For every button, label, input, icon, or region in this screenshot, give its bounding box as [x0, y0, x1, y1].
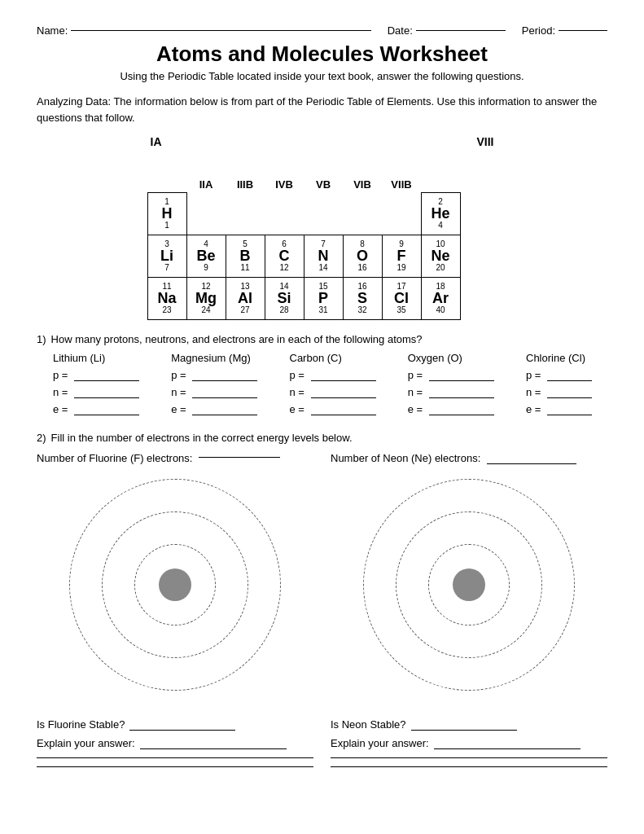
periodic-table-section: IA VIII IIA IIIB IVB VB VIB VIIB	[37, 135, 607, 320]
period-label: Period:	[522, 24, 555, 37]
iia-header: IIA	[186, 150, 226, 192]
element-Li: 3 Li 7	[147, 235, 186, 277]
period-line	[559, 30, 607, 31]
neon-label: Number of Neon (Ne) electrons:	[331, 452, 607, 464]
question2-section: 2) Fill in the number of electrons in th…	[37, 432, 607, 699]
cl-title: Chlorine (Cl)	[526, 352, 607, 364]
element-N: 7 N 14	[304, 235, 343, 277]
li-n-line	[74, 397, 139, 398]
element-Ne: 10 Ne 20	[421, 235, 460, 277]
element-P: 15 P 31	[304, 277, 343, 319]
c-p-line	[311, 380, 376, 381]
fluorine-label-text: Number of Fluorine (F) electrons:	[37, 452, 192, 464]
fluorine-stable-label: Is Fluorine Stable?	[37, 718, 125, 731]
element-Mg: 12 Mg 24	[186, 277, 226, 319]
element-B: 5 B 11	[226, 235, 265, 277]
periodic-table: IIA IIIB IVB VB VIB VIIB 1 H 1	[147, 150, 461, 320]
header: Name: Date: Period:	[37, 24, 607, 37]
element-Al: 13 Al 27	[226, 277, 265, 319]
question1-section: 1) How many protons, neutrons, and elect…	[37, 333, 607, 415]
o-title: Oxygen (O)	[408, 352, 494, 364]
neon-explain-row: Explain your answer:	[331, 737, 607, 749]
element-F: 9 F 19	[382, 235, 421, 277]
cl-n-label: n =	[526, 386, 544, 398]
o-p-line	[429, 380, 494, 381]
fluorine-stable-line	[129, 730, 235, 731]
neon-stable-row: Is Neon Stable?	[331, 718, 607, 731]
neon-long-line-2	[331, 766, 607, 767]
c-e-line	[311, 415, 376, 415]
vb-header: VB	[304, 150, 343, 192]
li-p-line	[74, 380, 139, 381]
name-line	[71, 30, 370, 31]
element-Ar: 18 Ar 40	[421, 277, 460, 319]
ivb-header: IVB	[265, 150, 304, 192]
mg-n-line	[192, 397, 257, 398]
neon-explain-line	[434, 748, 580, 749]
iiib-header: IIIB	[226, 150, 265, 192]
subtitle: Using the Periodic Table located inside …	[37, 70, 607, 82]
q1-number: 1)	[37, 333, 46, 345]
date-label: Date:	[388, 24, 413, 37]
cl-e-line	[547, 415, 592, 415]
fluorine-label: Number of Fluorine (F) electrons:	[37, 452, 313, 464]
viii-label: VIII	[476, 135, 493, 148]
neon-explain-label: Explain your answer:	[331, 737, 429, 749]
neon-stable-label: Is Neon Stable?	[331, 718, 406, 731]
element-col-c: Carbon (C) p = n = e =	[290, 352, 376, 415]
o-e-label: e =	[408, 403, 426, 415]
neon-section: Number of Neon (Ne) electrons:	[331, 452, 607, 699]
element-col-li: Lithium (Li) p = n = e =	[53, 352, 139, 415]
li-title: Lithium (Li)	[53, 352, 139, 364]
element-Si: 14 Si 28	[265, 277, 304, 319]
vib-header: VIB	[343, 150, 382, 192]
neon-long-line-1	[331, 757, 607, 758]
viib-header: VIIB	[382, 150, 421, 192]
cl-p-label: p =	[526, 369, 544, 381]
name-label: Name:	[37, 24, 68, 37]
element-Cl: 17 Cl 35	[382, 277, 421, 319]
page-title: Atoms and Molecules Worksheet	[37, 42, 607, 67]
c-n-line	[311, 397, 376, 398]
element-Na: 11 Na 23	[147, 277, 186, 319]
mg-p-label: p =	[171, 369, 189, 381]
element-col-mg: Magnesium (Mg) p = n = e =	[171, 352, 257, 415]
neon-stability: Is Neon Stable? Explain your answer:	[331, 718, 607, 775]
ia-label: IA	[151, 135, 162, 148]
c-title: Carbon (C)	[290, 352, 376, 364]
analyzing-text: Analyzing Data: The information below is…	[37, 94, 607, 125]
neon-stable-line	[411, 730, 517, 731]
mg-title: Magnesium (Mg)	[171, 352, 257, 364]
o-e-line	[429, 415, 494, 415]
li-e-label: e =	[53, 403, 71, 415]
c-e-label: e =	[290, 403, 308, 415]
cl-e-label: e =	[526, 403, 544, 415]
li-n-label: n =	[53, 386, 71, 398]
fluorine-long-line-1	[37, 757, 313, 758]
mg-e-line	[192, 415, 257, 415]
fluorine-section: Number of Fluorine (F) electrons:	[37, 452, 313, 699]
ne-nucleus	[453, 568, 485, 601]
fluorine-explain-row: Explain your answer:	[37, 737, 313, 749]
mg-e-label: e =	[171, 403, 189, 415]
q2-text: Fill in the number of electrons in the c…	[51, 432, 353, 444]
fluorine-diagram	[61, 471, 289, 699]
fluorine-explain-line	[140, 748, 287, 749]
element-S: 16 S 32	[343, 277, 382, 319]
li-e-line	[74, 415, 139, 415]
neon-diagram	[355, 471, 583, 699]
o-n-label: n =	[408, 386, 426, 398]
mg-n-label: n =	[171, 386, 189, 398]
nucleus	[159, 568, 191, 601]
o-n-line	[429, 397, 494, 398]
stability-section: Is Fluorine Stable? Explain your answer:…	[37, 718, 607, 775]
c-p-label: p =	[290, 369, 308, 381]
c-n-label: n =	[290, 386, 308, 398]
element-C: 6 C 12	[265, 235, 304, 277]
cl-n-line	[547, 397, 592, 398]
fluorine-stable-row: Is Fluorine Stable?	[37, 718, 313, 731]
q2-number: 2)	[37, 432, 46, 444]
element-col-o: Oxygen (O) p = n = e =	[408, 352, 494, 415]
fluorine-explain-label: Explain your answer:	[37, 737, 135, 749]
fluorine-long-line-2	[37, 766, 313, 767]
